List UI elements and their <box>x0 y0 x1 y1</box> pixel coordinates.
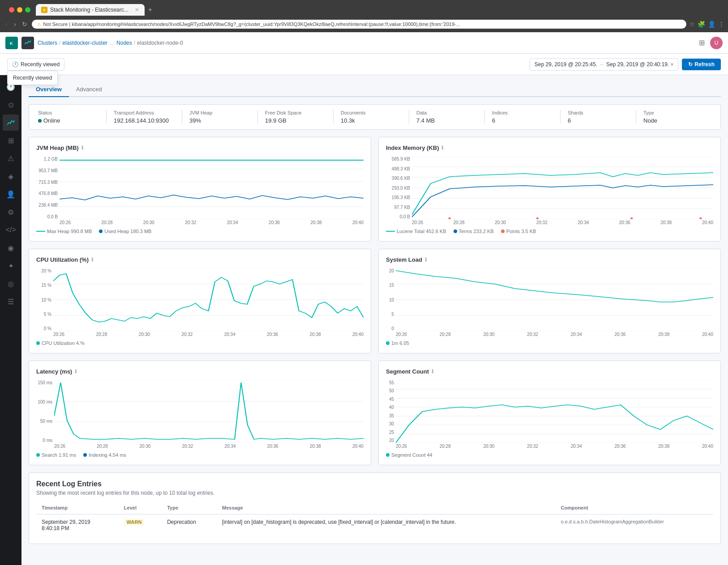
legend-used-heap: Used Heap 180.3 MB <box>99 229 151 234</box>
system-load-info-icon[interactable]: ℹ <box>425 257 427 263</box>
legend-max-heap: Max Heap 990.8 MB <box>36 229 92 234</box>
stat-label-disk: Free Disk Space <box>265 110 326 115</box>
menu-button[interactable]: ⋮ <box>718 21 724 28</box>
sidebar-icon-chart[interactable] <box>3 115 19 131</box>
browser-tab[interactable]: S Stack Monitoring - Elasticsearc... ✕ <box>36 4 145 16</box>
segment-count-info-icon[interactable]: ℹ <box>432 369 433 374</box>
sidebar-icon-alert[interactable]: ⚠ <box>3 150 19 166</box>
breadcrumb-nodes[interactable]: Nodes <box>116 40 132 46</box>
stat-transport: Transport Address 192.168.144.10:9300 <box>107 110 182 124</box>
chart-title-jvm: JVM Heap (MB) ℹ <box>36 144 364 151</box>
sidebar-icon-stack[interactable]: ◈ <box>3 168 19 184</box>
reload-button[interactable]: ↻ <box>20 19 29 30</box>
tab-close[interactable]: ✕ <box>135 7 139 13</box>
svg-point-19 <box>536 217 539 219</box>
close-btn[interactable] <box>9 7 14 13</box>
sidebar-icon-people[interactable]: 👤 <box>3 186 19 202</box>
stat-label-status: Status <box>38 110 99 115</box>
legend-points: Points 3.5 KB <box>501 229 536 234</box>
stat-label-docs: Documents <box>341 110 402 115</box>
address-text: Not Secure | kibana/app/monitoring#/elas… <box>43 21 460 27</box>
chart-area-system-load: 20151050 20:2 <box>386 268 713 337</box>
forward-button[interactable]: › <box>12 19 18 30</box>
logs-table: Timestamp Level Type Message Component S… <box>36 501 713 536</box>
col-timestamp: Timestamp <box>36 501 119 514</box>
sidebar-icon-map[interactable]: ◉ <box>3 240 19 256</box>
breadcrumb-sep-1: / <box>59 40 60 46</box>
profile-button[interactable]: 👤 <box>708 21 715 28</box>
security-icon: ⚠ <box>37 22 41 27</box>
sidebar-icon-dev[interactable]: </> <box>3 222 19 238</box>
status-dot <box>38 119 42 123</box>
tab-favicon: S <box>41 7 47 13</box>
chart-legend-cpu: CPU Utilization 4.% <box>36 340 364 346</box>
kibana-logo[interactable]: K <box>5 37 18 49</box>
stat-label-data: Data <box>416 110 477 115</box>
breadcrumb-clusters[interactable]: Clusters <box>38 40 57 46</box>
recently-viewed-button[interactable]: 🕐 Recently viewed <box>7 58 64 71</box>
stat-value-docs: 10.3k <box>341 117 402 124</box>
sidebar-icon-apm[interactable]: ◎ <box>3 276 19 292</box>
recently-viewed-label: Recently viewed <box>21 61 60 68</box>
breadcrumb-current: elastdocker-node-0 <box>137 40 183 46</box>
stat-type: Type Node <box>636 110 711 124</box>
stat-value-type: Node <box>643 117 704 124</box>
chart-area-latency: 150 ms100 ms50 ms0 ms <box>36 380 364 449</box>
latency-info-icon[interactable]: ℹ <box>75 369 77 374</box>
legend-indexing: Indexing 4.54 ms <box>83 452 126 458</box>
legend-cpu: CPU Utilization 4.% <box>36 340 85 346</box>
new-tab-button[interactable]: + <box>145 4 156 16</box>
stat-value-jvm: 39% <box>189 117 250 124</box>
breadcrumb: Clusters / elastdocker-cluster … Nodes /… <box>38 40 694 46</box>
charts-grid: JVM Heap (MB) ℹ 1.2 GB953.7 MB715.3 MB47… <box>29 137 721 465</box>
logs-subtitle: Showing the most recent log entries for … <box>36 490 713 496</box>
back-button[interactable]: ‹ <box>4 19 9 30</box>
sidebar-icon-ml[interactable]: ✦ <box>3 258 19 274</box>
tab-title: Stack Monitoring - Elasticsearc... <box>50 7 128 13</box>
main-content: Overview Advanced Status Online Transpor… <box>21 75 728 565</box>
maximize-btn[interactable] <box>25 7 30 13</box>
index-memory-info-icon[interactable]: ℹ <box>441 145 443 151</box>
stat-docs: Documents 10.3k <box>334 110 409 124</box>
breadcrumb-cluster[interactable]: elastdocker-cluster <box>62 40 107 46</box>
stat-data: Data 7.4 MB <box>409 110 485 124</box>
legend-1m: 1m 6.05 <box>386 340 409 346</box>
tab-advanced[interactable]: Advanced <box>69 82 109 97</box>
refresh-icon: ↻ <box>688 61 693 68</box>
recently-viewed-popup: Recently viewed <box>7 71 58 85</box>
sidebar-icon-settings[interactable]: ☰ <box>3 293 19 310</box>
address-bar[interactable]: ⚠ Not Secure | kibana/app/monitoring#/el… <box>32 20 686 29</box>
cpu-info-icon[interactable]: ℹ <box>91 257 93 263</box>
stat-value-indices: 6 <box>492 117 553 124</box>
monitoring-logo <box>21 37 34 49</box>
display-options-button[interactable]: ⊞ <box>697 37 707 49</box>
logs-table-body: September 29, 2019 8:40:18 PM WARN Depre… <box>36 514 713 536</box>
col-level: Level <box>119 501 162 514</box>
time-picker[interactable]: Sep 29, 2019 @ 20:25:45. → Sep 29, 2019 … <box>530 58 679 71</box>
stat-shards: Shards 6 <box>561 110 636 124</box>
svg-text:K: K <box>10 41 13 46</box>
refresh-button[interactable]: ↻ Refresh <box>682 59 721 70</box>
sidebar-icon-home[interactable]: ⊙ <box>3 97 19 113</box>
chart-panel-system-load: System Load ℹ 20151050 <box>378 249 721 353</box>
chart-area-cpu: 20 %15 %10 %5 %0 % <box>36 268 364 337</box>
chart-legend-jvm: Max Heap 990.8 MB Used Heap 180.3 MB <box>36 229 364 234</box>
time-from: Sep 29, 2019 @ 20:25:45. <box>535 61 597 68</box>
sidebar-icon-gear[interactable]: ⚙ <box>3 204 19 220</box>
minimize-btn[interactable] <box>17 7 22 13</box>
stat-jvm: JVM Heap 39% <box>182 110 258 124</box>
bookmark-button[interactable]: ☆ <box>689 21 695 28</box>
app-header: K Clusters / elastdocker-cluster … Nodes… <box>0 32 728 54</box>
time-arrow: → <box>599 61 604 68</box>
legend-terms: Terms 233.2 KB <box>454 229 494 234</box>
extensions-button[interactable]: 🧩 <box>698 21 705 28</box>
status-online: Online <box>38 117 99 124</box>
chart-area-index-memory: 585.9 KB488.3 KB390.6 KB293.0 KB195.3 KB… <box>386 157 713 225</box>
legend-lucene: Lucene Total 452.6 KB <box>386 229 446 234</box>
sidebar-icon-discover[interactable]: ⊞ <box>3 132 19 149</box>
stat-value-status: Online <box>43 117 60 124</box>
jvm-info-icon[interactable]: ℹ <box>81 145 83 151</box>
stat-label-shards: Shards <box>568 110 629 115</box>
sidebar: 🕐 ⊙ ⊞ ⚠ ◈ 👤 ⚙ </> ◉ ✦ ◎ ☰ <box>0 75 21 565</box>
user-avatar[interactable]: U <box>710 37 723 49</box>
